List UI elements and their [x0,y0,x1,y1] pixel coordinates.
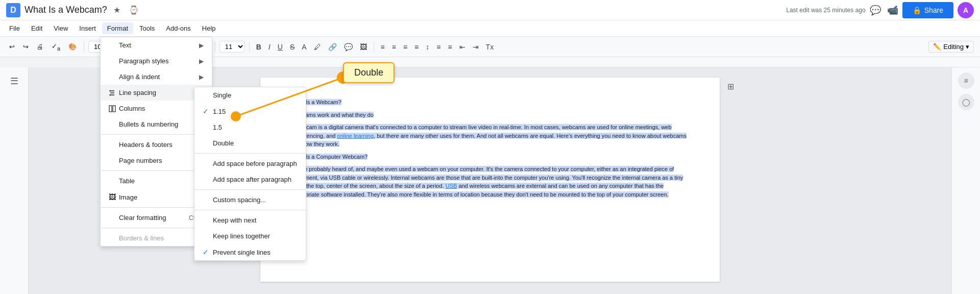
spellcheck-button[interactable]: ✓a [48,40,63,54]
menu-addons[interactable]: Add-ons [161,22,195,34]
menu-view[interactable]: View [48,22,73,34]
format-para-label: Paragraph styles [119,57,199,65]
doc-para-5: You've probably heard of, and maybe even… [291,165,689,199]
text-color-button[interactable]: A [299,41,309,53]
ls-115-label: 1.15 [213,108,298,115]
underline-button[interactable]: U [275,41,285,53]
toolbar-divider-6 [374,42,374,52]
italic-button[interactable]: I [266,41,273,53]
history-icon[interactable]: ⌚ [127,4,141,16]
font-size-selector[interactable]: 11 [219,41,245,53]
menu-edit[interactable]: Edit [26,22,47,34]
link-button[interactable]: 🔗 [326,41,339,53]
tooltip-label: Double [354,67,383,78]
ls-115[interactable]: ✓ 1.15 [194,103,306,119]
format-ls-label: Line spacing [119,89,199,96]
ls-space-after[interactable]: Add space after paragraph [194,172,306,187]
editing-mode-selector[interactable]: ✏️ Editing ▾ [928,41,974,53]
image-button[interactable]: 🖼 [357,41,370,53]
share-button[interactable]: 🔒 Share [902,2,953,18]
ls-prevent-label: Prevent single lines [213,249,298,256]
bold-button[interactable]: B [254,41,264,53]
ls-space-before-label: Add space before paragraph [213,160,298,167]
align-right-button[interactable]: ≡ [401,41,410,53]
ls-double-label: Double [213,139,298,147]
ls-15[interactable]: 1.5 [194,119,306,135]
print-button[interactable]: 🖨 [34,41,46,53]
right-sidebar: ≡ ◯ [951,67,980,294]
tooltip-bubble: Double [343,62,395,83]
format-bullets-label: Bullets & numbering [119,120,199,128]
doc-highlighted-3: A webcam is a digital camera that's conn… [291,124,687,147]
bullet-list-button[interactable]: ≡ [445,41,454,53]
ls-single[interactable]: Single [194,87,306,103]
decrease-indent-button[interactable]: ⇤ [457,41,468,53]
menu-format[interactable]: Format [102,22,133,34]
numbered-list-button[interactable]: ≡ [434,41,443,53]
ls-double[interactable]: Double [194,135,306,151]
format-menu-align-indent[interactable]: Align & indent ▶ [101,69,212,85]
menu-bar: File Edit View Insert Format Tools Add-o… [0,20,980,37]
format-menu-paragraph-styles[interactable]: Paragraph styles ▶ [101,53,212,69]
ls-15-label: 1.5 [213,124,298,131]
app-icon-letter: D [10,6,16,15]
undo-button[interactable]: ↩ [6,41,18,53]
ls-space-before[interactable]: Add space before paragraph [194,156,306,172]
ls-keep-next-label: Keep with next [213,216,298,224]
menu-insert[interactable]: Insert [74,22,101,34]
ls-keep-lines-label: Keep lines together [213,232,298,240]
ls-divider-2 [194,189,306,190]
format-table-label: Table [119,177,199,185]
format-clear-label: Clear formatting [119,214,179,222]
add-row-icon[interactable]: ⊞ [727,82,734,91]
image-menu-icon: 🖼 [109,193,119,201]
avatar[interactable]: A [958,2,974,18]
doc-link-2[interactable]: USB [446,183,457,189]
strikethrough-button[interactable]: S [287,41,297,53]
ls-keep-next[interactable]: Keep with next [194,212,306,228]
ls-keep-lines[interactable]: Keep lines together [194,228,306,244]
menu-tools[interactable]: Tools [134,22,160,34]
ls-custom-label: Custom spacing... [213,196,298,204]
svg-rect-5 [109,106,112,112]
comment-button[interactable]: 💬 [341,41,355,53]
align-justify-button[interactable]: ≡ [412,41,421,53]
star-icon[interactable]: ★ [111,4,122,16]
comments-icon[interactable]: 💬 [870,5,881,16]
align-left-button[interactable]: ≡ [378,41,387,53]
columns-icon [109,105,119,112]
doc-content: What Is a Webcam? Webcams work and what … [291,98,689,199]
align-center-button[interactable]: ≡ [389,41,399,53]
paint-format-button[interactable]: 🎨 [65,41,80,53]
right-panel-icon-1[interactable]: ≡ [958,72,974,89]
line-spacing-toolbar-button[interactable]: ↕ [423,41,432,53]
format-text-label: Text [119,41,199,49]
title-bar: D What Is a Webcam? ★ ⌚ Last edit was 25… [0,0,980,20]
format-menu-text[interactable]: Text ▶ [101,37,212,53]
right-panel-icon-2[interactable]: ◯ [958,94,974,110]
format-text-arrow: ▶ [199,42,204,49]
toolbar-divider-1 [84,42,84,52]
editing-mode-icon: ✏️ [933,43,941,51]
line-spacing-icon [109,89,119,96]
menu-help[interactable]: Help [197,22,221,34]
doc-title[interactable]: What Is a Webcam? [24,5,107,15]
ls-divider-1 [194,153,306,154]
menu-file[interactable]: File [4,22,25,34]
doc-para-4: What Is a Computer Webcam? [291,153,689,161]
increase-indent-button[interactable]: ⇥ [470,41,481,53]
ls-prevent-single[interactable]: ✓ Prevent single lines [194,244,306,260]
outline-icon[interactable]: ☰ [7,72,21,90]
doc-link[interactable]: online learning [337,133,374,139]
meeting-icon[interactable]: 📹 [887,5,898,16]
editing-mode-label: Editing [943,43,964,51]
highlight-button[interactable]: 🖊 [311,41,324,53]
share-icon: 🔒 [913,6,921,14]
doc-para-3: A webcam is a digital camera that's conn… [291,123,689,149]
ls-custom[interactable]: Custom spacing... [194,192,306,208]
doc-page: What Is a Webcam? Webcams work and what … [260,78,720,282]
redo-button[interactable]: ↪ [20,41,32,53]
format-align-label: Align & indent [119,73,199,81]
toolbar-divider-5 [249,42,250,52]
clear-formatting-toolbar-button[interactable]: Tx [483,41,497,53]
